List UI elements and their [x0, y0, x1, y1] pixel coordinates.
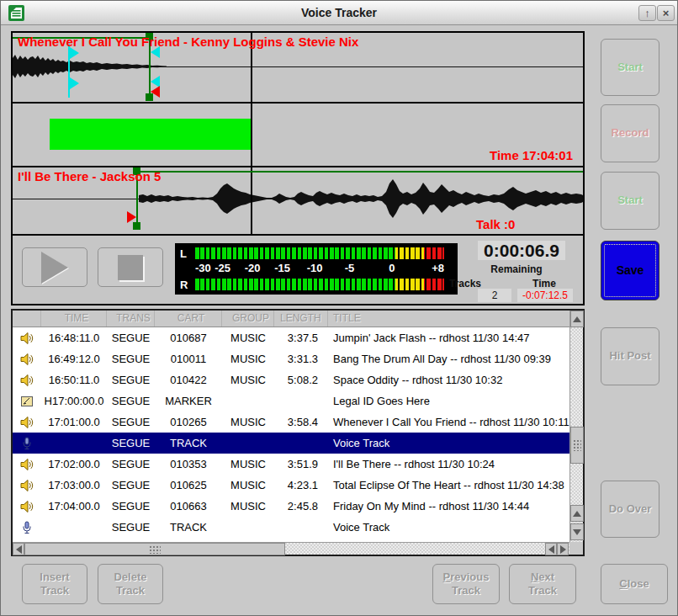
track2-start-handle-bottom[interactable] — [133, 222, 140, 230]
mic-icon — [13, 433, 41, 454]
cell-title: I'll Be There -- rdhost 11/30 10:24 — [328, 454, 569, 475]
vu-scale-label: -5 — [345, 262, 355, 274]
scroll-up-button[interactable] — [570, 311, 584, 327]
track2-start-marker[interactable] — [127, 211, 136, 223]
column-header-trans[interactable]: TRANS — [107, 311, 155, 327]
vu-left-label: L — [180, 247, 193, 260]
waveform-frame: Whenever I Call You Friend - Kenny Loggi… — [11, 31, 585, 305]
cell-trans: SEGUE — [107, 390, 155, 412]
playlist-row[interactable]: SEGUETRACKVoice Track — [13, 433, 569, 454]
segue-end-marker[interactable] — [151, 86, 160, 98]
cell-group: MUSIC — [222, 496, 274, 517]
playlist-row[interactable]: 16:50:11.0SEGUE010422MUSIC5:08.2Space Od… — [13, 369, 569, 390]
close-button[interactable]: Close — [601, 564, 668, 604]
cell-length: 5:08.2 — [274, 369, 328, 390]
cell-title: Whenever I Call You Friend -- rdhost 11/… — [328, 412, 569, 433]
scroll-left-button-2[interactable] — [545, 543, 557, 555]
start2-button[interactable]: Start — [601, 172, 659, 230]
cell-cart: TRACK — [155, 517, 222, 538]
track2-level-line[interactable] — [136, 171, 583, 173]
column-header-icon[interactable] — [13, 311, 41, 327]
cell-group: MUSIC — [222, 475, 274, 496]
cell-trans: SEGUE — [107, 496, 155, 517]
play-button[interactable] — [22, 247, 87, 287]
cell-time: 17:01:00.0 — [41, 412, 107, 433]
cell-time: 16:48:11.0 — [41, 327, 107, 348]
maximize-icon[interactable]: ↑ — [638, 5, 656, 21]
track1-waveform-panel[interactable]: Whenever I Call You Friend - Kenny Loggi… — [13, 33, 583, 102]
close-icon[interactable]: × — [657, 5, 675, 21]
scroll-right-button[interactable] — [557, 543, 569, 555]
cell-cart: 010687 — [155, 327, 222, 348]
column-header-length[interactable]: LENGTH — [274, 311, 328, 327]
horizontal-scroll-thumb[interactable] — [24, 543, 285, 555]
fade-cue-handle-top[interactable] — [70, 47, 79, 59]
cell-group: MUSIC — [222, 454, 274, 475]
vu-right-leds — [195, 279, 444, 290]
playlist-row[interactable]: 17:03:00.0SEGUE010625MUSIC4:23.1Total Ec… — [13, 475, 569, 496]
cell-time: H17:00:00.0 — [41, 390, 107, 412]
cell-group: MUSIC — [222, 369, 274, 390]
cell-title: Jumpin' Jack Flash -- rdhost 11/30 14:47 — [328, 327, 569, 348]
playlist-row[interactable]: 17:04:00.0SEGUE010663MUSIC2:45.8Friday O… — [13, 496, 569, 517]
cell-length: 4:23.1 — [274, 475, 328, 496]
cell-group — [222, 517, 274, 538]
remaining-tracks-label: Tracks — [423, 278, 507, 289]
cell-time: 16:49:12.0 — [41, 348, 107, 369]
remaining-time-value: -0:07:12.5 — [517, 289, 573, 302]
column-header-group[interactable]: GROUP — [222, 311, 274, 327]
cell-cart: MARKER — [155, 390, 222, 412]
next-track-button[interactable]: Next Track — [509, 564, 576, 604]
track2-waveform-panel[interactable]: I'll Be There - Jackson 5 Talk :0 — [13, 167, 583, 234]
cell-length: 3:37.5 — [274, 327, 328, 348]
cell-cart: 010011 — [155, 348, 222, 369]
vertical-scroll-thumb[interactable] — [570, 427, 584, 464]
vu-scale-label: -20 — [245, 262, 261, 274]
column-header-title[interactable]: TITLE — [328, 311, 569, 327]
cell-length — [274, 390, 328, 412]
playlist-row[interactable]: 17:02:00.0SEGUE010353MUSIC3:51.9I'll Be … — [13, 454, 569, 475]
scroll-down-button[interactable] — [570, 523, 584, 540]
voice-track-region[interactable] — [50, 119, 251, 150]
vu-scale-label: -25 — [215, 262, 230, 274]
cell-time: 17:02:00.0 — [41, 454, 107, 475]
window-title: Voice Tracker — [1, 1, 677, 25]
segue-point-divider — [251, 33, 252, 234]
insert-track-button[interactable]: InsertTrack — [22, 564, 87, 604]
stop-icon — [118, 255, 143, 280]
playlist-row[interactable]: 16:48:11.0SEGUE010687MUSIC3:37.5Jumpin' … — [13, 327, 569, 348]
delete-track-button[interactable]: DeleteTrack — [98, 564, 163, 604]
speaker-icon — [13, 496, 41, 517]
playlist-row[interactable]: H17:00:00.0SEGUEMARKERLegal ID Goes Here — [13, 390, 569, 412]
previous-track-button[interactable]: Previous Track — [432, 564, 500, 604]
start1-button[interactable]: Start — [601, 39, 659, 96]
horizontal-scrollbar[interactable] — [13, 542, 569, 555]
cell-title: Space Oddity -- rdhost 11/30 10:32 — [328, 369, 569, 390]
fade-cue-handle-bottom[interactable] — [70, 77, 79, 89]
column-header-time[interactable]: TIME — [41, 311, 107, 327]
vu-scale-label: +8 — [432, 262, 444, 274]
cell-trans: SEGUE — [107, 412, 155, 433]
cell-title: Friday On My Mind -- rdhost 11/30 14:44 — [328, 496, 569, 517]
stop-button[interactable] — [98, 247, 163, 287]
column-header-cart[interactable]: CART — [155, 311, 222, 327]
record-button[interactable]: Record — [601, 104, 659, 162]
playlist-row[interactable]: 16:49:12.0SEGUE010011MUSIC3:31.3Bang The… — [13, 348, 569, 369]
scroll-left-button[interactable] — [13, 543, 24, 555]
save-button[interactable]: Save — [601, 241, 659, 300]
scroll-up-button-2[interactable] — [570, 505, 584, 522]
cell-trans: SEGUE — [107, 475, 155, 496]
voice-track-panel[interactable]: Time 17:04:01 — [13, 104, 583, 166]
do-over-button[interactable]: Do Over — [601, 481, 659, 538]
hit-post-button[interactable]: Hit Post — [601, 327, 659, 385]
vu-scale-label: -10 — [307, 262, 323, 274]
vu-meter: L -30-25-20-15-10-50+8 R — [175, 243, 458, 295]
cell-group — [222, 390, 274, 412]
playlist-row[interactable]: 17:01:00.0SEGUE010265MUSIC3:58.4Whenever… — [13, 412, 569, 433]
cell-time: 17:04:00.0 — [41, 496, 107, 517]
playlist-row[interactable]: SEGUETRACKVoice Track — [13, 517, 569, 538]
cell-title: Bang The Drum All Day -- rdhost 11/30 09… — [328, 348, 569, 369]
vertical-scrollbar[interactable] — [569, 311, 583, 542]
cell-cart: 010422 — [155, 369, 222, 390]
vu-scale-label: 0 — [389, 262, 395, 274]
